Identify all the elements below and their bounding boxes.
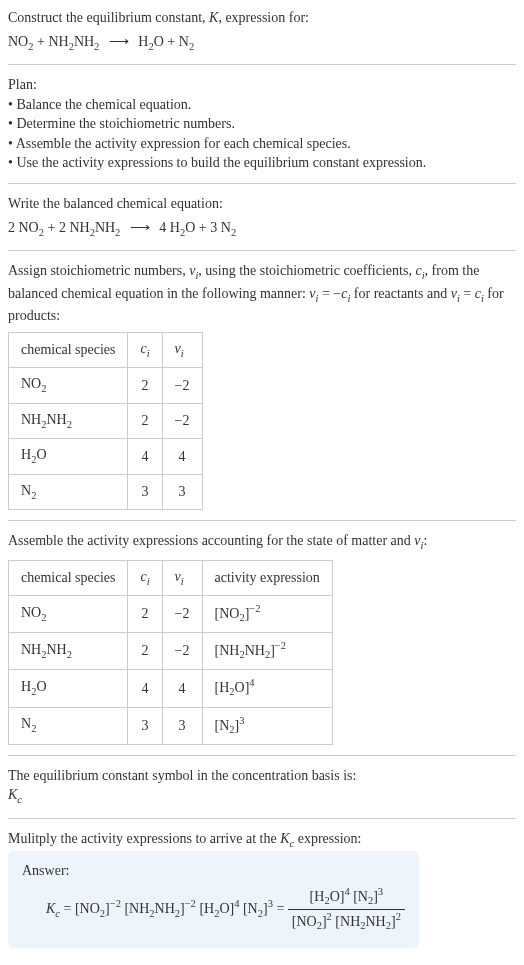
table-row: N2 3 3 bbox=[9, 474, 203, 509]
table-row: NO2 2 −2 bbox=[9, 368, 203, 403]
final-section: Mulitply the activity expressions to arr… bbox=[8, 829, 516, 948]
fraction: [H2O]4 [N2]3 [NO2]2 [NH2NH2]2 bbox=[288, 885, 405, 934]
answer-equation: Kc = [NO2]−2 [NH2NH2]−2 [H2O]4 [N2]3 = [… bbox=[46, 885, 405, 934]
table-row: NH2NH2 2 −2 bbox=[9, 403, 203, 438]
plan-section: Plan: • Balance the chemical equation. •… bbox=[8, 75, 516, 173]
intro-text-post: , expression for: bbox=[218, 10, 309, 25]
col-species: chemical species bbox=[9, 332, 128, 367]
final-text: Mulitply the activity expressions to arr… bbox=[8, 829, 516, 851]
divider bbox=[8, 520, 516, 521]
balanced-heading: Write the balanced chemical equation: bbox=[8, 194, 516, 214]
plan-bullet: • Assemble the activity expression for e… bbox=[8, 134, 516, 154]
arrow-icon: ⟶ bbox=[130, 218, 150, 238]
balanced-equation: 2 NO2 + 2 NH2NH2 ⟶ 4 H2O + 3 N2 bbox=[8, 218, 516, 240]
symbol-text: The equilibrium constant symbol in the c… bbox=[8, 766, 516, 786]
stoich-section: Assign stoichiometric numbers, νi, using… bbox=[8, 261, 516, 510]
table-row: N2 3 3 [N2]3 bbox=[9, 707, 333, 744]
divider bbox=[8, 64, 516, 65]
intro-text: Construct the equilibrium constant, bbox=[8, 10, 209, 25]
table-row: chemical species ci νi activity expressi… bbox=[9, 560, 333, 595]
divider bbox=[8, 818, 516, 819]
activity-table: chemical species ci νi activity expressi… bbox=[8, 560, 333, 745]
divider bbox=[8, 250, 516, 251]
unbalanced-equation: NO2 + NH2NH2 ⟶ H2O + N2 bbox=[8, 32, 516, 54]
table-row: NH2NH2 2 −2 [NH2NH2]−2 bbox=[9, 633, 333, 670]
table-row: NO2 2 −2 [NO2]−2 bbox=[9, 596, 333, 633]
table-row: H2O 4 4 bbox=[9, 439, 203, 474]
activity-heading: Assemble the activity expressions accoun… bbox=[8, 531, 516, 553]
col-nu: νi bbox=[162, 332, 202, 367]
stoich-table: chemical species ci νi NO2 2 −2 NH2NH2 2… bbox=[8, 332, 203, 510]
col-c: ci bbox=[128, 332, 162, 367]
Kc-symbol: Kc bbox=[8, 785, 516, 807]
answer-label: Answer: bbox=[22, 861, 405, 881]
stoich-text: Assign stoichiometric numbers, νi, using… bbox=[8, 261, 516, 326]
divider bbox=[8, 755, 516, 756]
symbol-section: The equilibrium constant symbol in the c… bbox=[8, 766, 516, 808]
balanced-section: Write the balanced chemical equation: 2 … bbox=[8, 194, 516, 240]
intro-section: Construct the equilibrium constant, K, e… bbox=[8, 8, 516, 54]
activity-section: Assemble the activity expressions accoun… bbox=[8, 531, 516, 745]
plan-heading: Plan: bbox=[8, 75, 516, 95]
table-row: chemical species ci νi bbox=[9, 332, 203, 367]
intro-line: Construct the equilibrium constant, K, e… bbox=[8, 8, 516, 28]
table-row: H2O 4 4 [H2O]4 bbox=[9, 670, 333, 707]
plan-bullet: • Use the activity expressions to build … bbox=[8, 153, 516, 173]
arrow-icon: ⟶ bbox=[109, 32, 129, 52]
answer-box: Answer: Kc = [NO2]−2 [NH2NH2]−2 [H2O]4 [… bbox=[8, 851, 419, 948]
plan-bullet: • Determine the stoichiometric numbers. bbox=[8, 114, 516, 134]
divider bbox=[8, 183, 516, 184]
plan-bullet: • Balance the chemical equation. bbox=[8, 95, 516, 115]
K-symbol: K bbox=[209, 10, 218, 25]
